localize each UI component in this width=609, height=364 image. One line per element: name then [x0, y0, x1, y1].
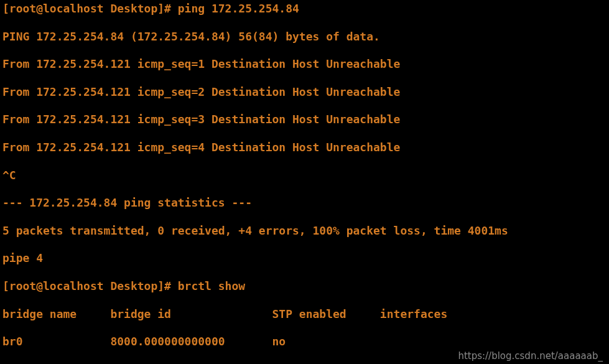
terminal-line: From 172.25.254.121 icmp_seq=3 Destinati…: [2, 113, 607, 126]
terminal-line: br0 8000.000000000000 no: [2, 335, 607, 348]
terminal-line: --- 172.25.254.84 ping statistics ---: [2, 196, 607, 210]
terminal-line: From 172.25.254.121 icmp_seq=1 Destinati…: [2, 57, 607, 71]
terminal-line: From 172.25.254.121 icmp_seq=4 Destinati…: [2, 141, 607, 154]
terminal-line: [root@localhost Desktop]# ping 172.25.25…: [2, 2, 607, 16]
terminal-line: From 172.25.254.121 icmp_seq=2 Destinati…: [2, 85, 607, 99]
terminal-line: ^C: [2, 169, 607, 182]
terminal-line: bridge name bridge id STP enabled interf…: [2, 307, 607, 321]
watermark-text: https://blog.csdn.net/aaaaaab_: [458, 350, 603, 362]
terminal-line: [root@localhost Desktop]# brctl show: [2, 279, 607, 293]
terminal-output[interactable]: [root@localhost Desktop]# ping 172.25.25…: [0, 0, 609, 364]
terminal-line: pipe 4: [2, 251, 607, 265]
terminal-line: PING 172.25.254.84 (172.25.254.84) 56(84…: [2, 30, 607, 44]
terminal-line: 5 packets transmitted, 0 received, +4 er…: [2, 224, 607, 238]
